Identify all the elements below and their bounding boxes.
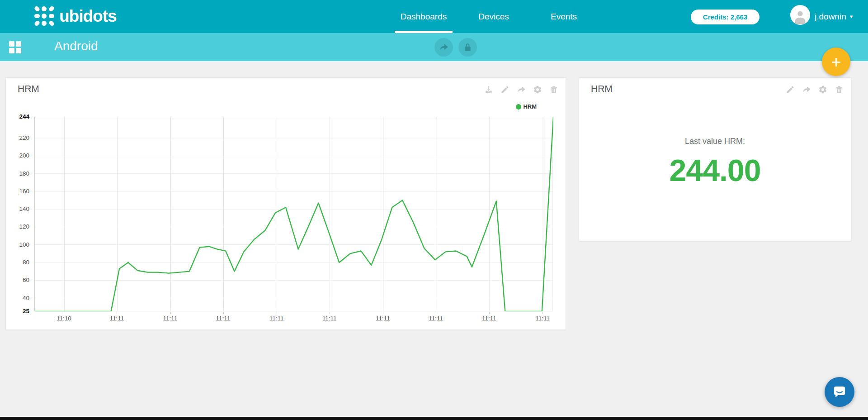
x-axis-label: 11:11 (372, 315, 394, 322)
username: j.downin (815, 12, 846, 22)
bottom-screen-edge (0, 417, 868, 420)
settings-gear-icon[interactable] (533, 85, 542, 94)
y-axis-label: 80 (6, 259, 29, 266)
metric-widget-toolbar (786, 85, 844, 94)
x-axis-label: 11:11 (105, 315, 128, 322)
y-axis-label: 40 (6, 295, 29, 301)
chart-widget-toolbar (484, 85, 558, 94)
edit-icon[interactable] (786, 85, 795, 94)
credits-badge[interactable]: Credits: 2,663 (691, 10, 760, 24)
edit-icon[interactable] (500, 85, 509, 94)
download-icon[interactable] (484, 85, 493, 94)
x-axis-ticks (34, 312, 553, 315)
y-axis-label: 244 (6, 113, 29, 120)
avatar[interactable] (790, 5, 810, 25)
metric-caption: Last value HRM: (579, 137, 851, 146)
x-axis-label: 11:11 (159, 315, 182, 322)
y-axis-label: 100 (6, 241, 29, 248)
chevron-down-icon: ▾ (850, 13, 853, 20)
tab-dashboards[interactable]: Dashboards (390, 0, 457, 33)
delete-trash-icon[interactable] (835, 85, 844, 94)
y-axis-label: 120 (6, 223, 29, 230)
tab-devices-label: Devices (478, 12, 509, 22)
widget-title: HRM (18, 83, 39, 94)
credits-label: Credits: 2,663 (703, 13, 747, 21)
x-axis-label: 11:11 (318, 315, 341, 322)
settings-gear-icon[interactable] (818, 85, 827, 94)
person-icon (793, 9, 808, 24)
y-axis-label: 60 (6, 277, 29, 283)
active-tab-underline (395, 31, 453, 33)
y-axis-label: 140 (6, 205, 29, 212)
delete-trash-icon[interactable] (549, 85, 558, 94)
lock-icon (463, 43, 472, 52)
legend-dot (516, 104, 521, 110)
x-axis-label: 11:11 (478, 315, 500, 322)
x-axis-label: 11:11 (212, 315, 235, 322)
share-icon[interactable] (517, 85, 526, 94)
y-axis-label: 160 (6, 188, 29, 195)
metric-last-value: 244.00 (579, 153, 851, 188)
lock-dashboard-button[interactable] (458, 38, 477, 57)
x-axis-label: 11:11 (265, 315, 288, 322)
hrm-line-chart[interactable] (34, 117, 553, 311)
tab-events[interactable]: Events (530, 0, 597, 33)
x-axis-labels: 11:1011:1111:1111:1111:1111:1111:1111:11… (34, 315, 553, 324)
dashboard-title: Android (54, 39, 98, 53)
y-axis-label: 220 (6, 134, 29, 141)
y-axis-label: 180 (6, 170, 29, 177)
user-menu[interactable]: j.downin ▾ (815, 0, 853, 33)
dashboard-header-bar: Android (0, 33, 868, 61)
tab-events-label: Events (551, 12, 577, 22)
x-axis-label: 11:11 (425, 315, 447, 322)
ubidots-logo[interactable]: ubidots (33, 5, 117, 27)
share-icon[interactable] (802, 85, 811, 94)
add-widget-button[interactable]: + (822, 48, 850, 76)
legend-label: HRM (523, 103, 537, 110)
share-dashboard-button[interactable] (434, 38, 453, 57)
widget-title: HRM (591, 83, 613, 94)
share-icon (439, 43, 448, 52)
chart-legend: HRM (516, 103, 537, 110)
tab-dashboards-label: Dashboards (401, 12, 447, 22)
chat-launcher-button[interactable] (825, 377, 854, 407)
x-axis-label: 11:10 (52, 315, 75, 322)
ubidots-logo-icon (33, 5, 55, 27)
y-axis-labels: 24422020018016014012010080604025 (6, 117, 31, 311)
dashboards-grid-icon[interactable] (9, 41, 22, 54)
chat-bubble-icon (832, 384, 847, 400)
main-nav: Dashboards Devices Events (390, 0, 597, 33)
y-axis-label: 25 (6, 308, 29, 315)
hrm-chart-widget: HRM HRM 24422020018016014012010080604025… (5, 77, 566, 330)
y-axis-label: 200 (6, 152, 29, 159)
hrm-metric-widget: HRM Last value HRM: 244.00 (579, 77, 851, 241)
tab-devices[interactable]: Devices (460, 0, 527, 33)
x-axis-label: 11:11 (531, 315, 554, 322)
hrm-chart-svg (35, 117, 553, 311)
metric-body: Last value HRM: 244.00 (579, 137, 851, 188)
logo-text: ubidots (59, 7, 117, 26)
top-navbar: ubidots Dashboards Devices Events Credit… (0, 0, 868, 33)
